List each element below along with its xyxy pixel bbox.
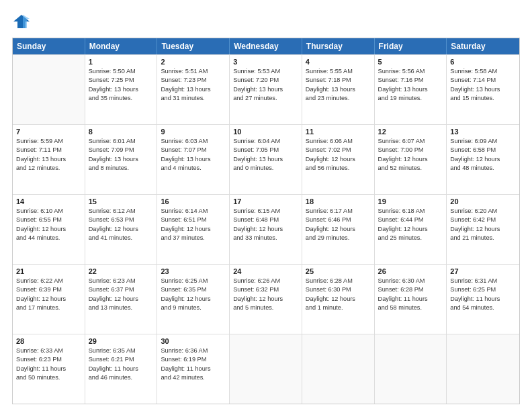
day-info: Sunrise: 6:14 AM Sunset: 6:51 PM Dayligh… [161, 207, 226, 242]
day-number: 6 [450, 58, 516, 66]
day-info: Sunrise: 6:30 AM Sunset: 6:28 PM Dayligh… [378, 277, 443, 312]
calendar-cell [302, 334, 375, 404]
calendar-cell: 6Sunrise: 5:58 AM Sunset: 7:14 PM Daylig… [447, 55, 519, 124]
calendar-body: 1Sunrise: 5:50 AM Sunset: 7:25 PM Daylig… [13, 54, 519, 404]
day-info: Sunrise: 6:07 AM Sunset: 7:00 PM Dayligh… [378, 137, 443, 173]
day-info: Sunrise: 6:36 AM Sunset: 6:19 PM Dayligh… [161, 347, 226, 382]
day-number: 16 [161, 197, 226, 205]
day-number: 10 [233, 128, 298, 136]
day-number: 14 [16, 197, 81, 205]
day-number: 26 [378, 267, 443, 275]
day-info: Sunrise: 5:58 AM Sunset: 7:14 PM Dayligh… [450, 67, 516, 103]
calendar-cell: 21Sunrise: 6:22 AM Sunset: 6:39 PM Dayli… [13, 265, 85, 334]
calendar-cell: 15Sunrise: 6:12 AM Sunset: 6:53 PM Dayli… [85, 195, 158, 264]
calendar-cell: 19Sunrise: 6:18 AM Sunset: 6:44 PM Dayli… [375, 195, 447, 264]
day-number: 21 [16, 267, 81, 275]
calendar-row-3: 14Sunrise: 6:10 AM Sunset: 6:55 PM Dayli… [13, 194, 519, 264]
day-info: Sunrise: 5:55 AM Sunset: 7:18 PM Dayligh… [306, 67, 371, 103]
day-number: 19 [378, 197, 443, 205]
calendar-header: SundayMondayTuesdayWednesdayThursdayFrid… [13, 38, 519, 54]
day-number: 11 [306, 128, 371, 136]
day-number: 4 [306, 58, 371, 66]
calendar-cell [447, 334, 519, 404]
calendar-cell: 5Sunrise: 5:56 AM Sunset: 7:16 PM Daylig… [375, 55, 447, 124]
header-day-sunday: Sunday [13, 38, 85, 54]
logo [12, 12, 34, 31]
calendar-cell: 16Sunrise: 6:14 AM Sunset: 6:51 PM Dayli… [157, 195, 230, 264]
calendar-cell: 11Sunrise: 6:06 AM Sunset: 7:02 PM Dayli… [302, 125, 375, 194]
day-number: 5 [378, 58, 443, 66]
page-header [12, 12, 520, 31]
calendar-cell: 13Sunrise: 6:09 AM Sunset: 6:58 PM Dayli… [447, 125, 519, 194]
day-info: Sunrise: 6:35 AM Sunset: 6:21 PM Dayligh… [89, 347, 154, 382]
calendar-cell: 27Sunrise: 6:31 AM Sunset: 6:25 PM Dayli… [447, 265, 519, 334]
day-number: 13 [450, 128, 516, 136]
day-info: Sunrise: 6:33 AM Sunset: 6:23 PM Dayligh… [16, 347, 81, 382]
day-number: 28 [16, 337, 81, 345]
calendar-cell: 23Sunrise: 6:25 AM Sunset: 6:35 PM Dayli… [157, 265, 230, 334]
calendar-row-1: 1Sunrise: 5:50 AM Sunset: 7:25 PM Daylig… [13, 54, 519, 124]
calendar-cell [230, 334, 302, 404]
day-number: 2 [161, 58, 226, 66]
calendar-cell: 2Sunrise: 5:51 AM Sunset: 7:23 PM Daylig… [157, 55, 230, 124]
calendar-cell: 4Sunrise: 5:55 AM Sunset: 7:18 PM Daylig… [302, 55, 375, 124]
day-info: Sunrise: 5:56 AM Sunset: 7:16 PM Dayligh… [378, 67, 443, 103]
header-day-thursday: Thursday [302, 38, 375, 54]
calendar-cell [13, 55, 85, 124]
day-info: Sunrise: 6:17 AM Sunset: 6:46 PM Dayligh… [306, 207, 371, 242]
day-number: 27 [450, 267, 516, 275]
calendar-cell: 8Sunrise: 6:01 AM Sunset: 7:09 PM Daylig… [85, 125, 158, 194]
day-info: Sunrise: 6:03 AM Sunset: 7:07 PM Dayligh… [161, 137, 226, 173]
day-number: 29 [89, 337, 154, 345]
calendar-cell: 26Sunrise: 6:30 AM Sunset: 6:28 PM Dayli… [375, 265, 447, 334]
calendar-cell [375, 334, 447, 404]
calendar: SundayMondayTuesdayWednesdayThursdayFrid… [12, 38, 520, 404]
calendar-cell: 3Sunrise: 5:53 AM Sunset: 7:20 PM Daylig… [230, 55, 302, 124]
day-info: Sunrise: 6:20 AM Sunset: 6:42 PM Dayligh… [450, 207, 516, 242]
day-number: 7 [16, 128, 81, 136]
day-info: Sunrise: 6:26 AM Sunset: 6:32 PM Dayligh… [233, 277, 298, 312]
day-info: Sunrise: 6:12 AM Sunset: 6:53 PM Dayligh… [89, 207, 154, 242]
day-number: 18 [306, 197, 371, 205]
day-number: 9 [161, 128, 226, 136]
day-number: 3 [233, 58, 298, 66]
calendar-cell: 14Sunrise: 6:10 AM Sunset: 6:55 PM Dayli… [13, 195, 85, 264]
day-info: Sunrise: 6:31 AM Sunset: 6:25 PM Dayligh… [450, 277, 516, 312]
day-info: Sunrise: 5:53 AM Sunset: 7:20 PM Dayligh… [233, 67, 298, 103]
header-day-wednesday: Wednesday [230, 38, 302, 54]
day-number: 24 [233, 267, 298, 275]
day-number: 25 [306, 267, 371, 275]
day-info: Sunrise: 6:23 AM Sunset: 6:37 PM Dayligh… [89, 277, 154, 312]
calendar-cell: 28Sunrise: 6:33 AM Sunset: 6:23 PM Dayli… [13, 334, 85, 404]
calendar-row-4: 21Sunrise: 6:22 AM Sunset: 6:39 PM Dayli… [13, 264, 519, 334]
day-number: 22 [89, 267, 154, 275]
day-info: Sunrise: 6:28 AM Sunset: 6:30 PM Dayligh… [306, 277, 371, 312]
calendar-cell: 29Sunrise: 6:35 AM Sunset: 6:21 PM Dayli… [85, 334, 158, 404]
calendar-cell: 7Sunrise: 5:59 AM Sunset: 7:11 PM Daylig… [13, 125, 85, 194]
day-number: 23 [161, 267, 226, 275]
day-number: 1 [89, 58, 154, 66]
day-info: Sunrise: 6:10 AM Sunset: 6:55 PM Dayligh… [16, 207, 81, 242]
calendar-cell: 30Sunrise: 6:36 AM Sunset: 6:19 PM Dayli… [157, 334, 230, 404]
day-number: 20 [450, 197, 516, 205]
calendar-cell: 24Sunrise: 6:26 AM Sunset: 6:32 PM Dayli… [230, 265, 302, 334]
day-info: Sunrise: 5:51 AM Sunset: 7:23 PM Dayligh… [161, 67, 226, 103]
day-info: Sunrise: 6:18 AM Sunset: 6:44 PM Dayligh… [378, 207, 443, 242]
calendar-cell: 17Sunrise: 6:15 AM Sunset: 6:48 PM Dayli… [230, 195, 302, 264]
day-number: 30 [161, 337, 226, 345]
day-info: Sunrise: 5:50 AM Sunset: 7:25 PM Dayligh… [89, 67, 154, 103]
calendar-cell: 20Sunrise: 6:20 AM Sunset: 6:42 PM Dayli… [447, 195, 519, 264]
calendar-cell: 9Sunrise: 6:03 AM Sunset: 7:07 PM Daylig… [157, 125, 230, 194]
calendar-cell: 22Sunrise: 6:23 AM Sunset: 6:37 PM Dayli… [85, 265, 158, 334]
day-number: 8 [89, 128, 154, 136]
calendar-cell: 12Sunrise: 6:07 AM Sunset: 7:00 PM Dayli… [375, 125, 447, 194]
calendar-row-5: 28Sunrise: 6:33 AM Sunset: 6:23 PM Dayli… [13, 334, 519, 404]
day-number: 17 [233, 197, 298, 205]
header-day-tuesday: Tuesday [157, 38, 230, 54]
calendar-cell: 10Sunrise: 6:04 AM Sunset: 7:05 PM Dayli… [230, 125, 302, 194]
calendar-row-2: 7Sunrise: 5:59 AM Sunset: 7:11 PM Daylig… [13, 124, 519, 194]
day-number: 15 [89, 197, 154, 205]
header-day-friday: Friday [375, 38, 447, 54]
day-info: Sunrise: 6:22 AM Sunset: 6:39 PM Dayligh… [16, 277, 81, 312]
day-number: 12 [378, 128, 443, 136]
